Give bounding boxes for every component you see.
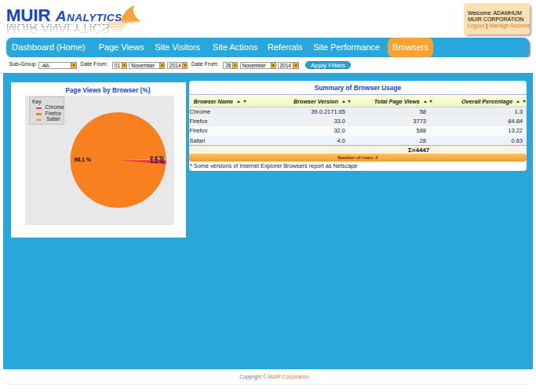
svg-text:1.3 %: 1.3 %	[150, 158, 165, 164]
svg-text:98.1 %: 98.1 %	[75, 157, 93, 162]
